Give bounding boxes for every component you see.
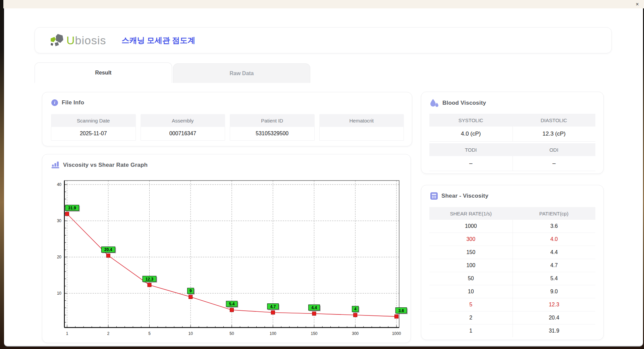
shear-rate-cell: 2 [429, 311, 513, 324]
shear-rate-cell: 300 [429, 233, 513, 246]
file-info-card: i File Info Scanning Date 2025-11-07 Ass… [42, 92, 412, 146]
svg-text:10: 10 [57, 291, 62, 296]
patient-viscosity-cell: 12.3 [513, 298, 596, 311]
blood-viscosity-title-label: Blood Viscosity [442, 100, 486, 106]
column-header: TODI [429, 143, 513, 156]
svg-text:31.9: 31.9 [68, 206, 76, 210]
field-value: 2025-11-07 [51, 127, 136, 141]
blood-viscosity-table: SYSTOLIC DIASTOLIC 4.0 (cP) 12.3 (cP) TO… [429, 114, 595, 171]
svg-text:1: 1 [66, 331, 68, 336]
patient-viscosity-cell: 4.4 [513, 246, 596, 259]
chart-area: 102030401251050100150300100031.920.412.3… [42, 174, 411, 341]
column-header: ODI [513, 143, 596, 156]
window-titlebar: × [3, 0, 644, 8]
shear-rate-cell: 1 [429, 325, 513, 337]
viscosity-graph-card: Viscosity vs Shear Rate Graph 1020304012… [42, 154, 411, 343]
svg-text:9: 9 [190, 289, 192, 293]
ubiosis-logo-icon [50, 34, 64, 47]
shear-viscosity-card: Shear - Viscosity SHEAR RATE(1/s) PATIEN… [421, 185, 604, 340]
table-row: 131.9 [429, 325, 595, 337]
file-info-title-label: File Info [62, 99, 84, 106]
page-title: 스캐닝 모세관 점도계 [122, 35, 196, 46]
svg-text:100: 100 [270, 331, 276, 336]
shear-table-body: 10003.63004.01504.41004.7505.4109.0512.3… [429, 220, 595, 337]
svg-text:4.4: 4.4 [311, 305, 317, 310]
field-value [319, 127, 404, 141]
column-header: DIASTOLIC [513, 114, 596, 127]
svg-text:1000: 1000 [392, 331, 401, 336]
table-row: 1504.4 [429, 246, 595, 259]
svg-text:12.3: 12.3 [146, 277, 154, 282]
patient-viscosity-cell: 9.0 [513, 285, 596, 298]
odi-value: – [513, 156, 596, 171]
svg-text:30: 30 [57, 218, 62, 223]
logo-u: U [66, 34, 75, 47]
svg-text:20.4: 20.4 [104, 247, 112, 252]
column-header: Hematocrit [319, 114, 404, 127]
column-header: Patient ID [230, 114, 315, 127]
info-icon: i [51, 99, 58, 106]
logo-rest: biosis [75, 34, 106, 47]
patient-viscosity-cell: 3.6 [513, 220, 596, 233]
patient-viscosity-cell: 4.0 [513, 233, 596, 246]
table-row: 1004.7 [429, 259, 595, 272]
bar-chart-icon [51, 161, 59, 168]
svg-text:150: 150 [311, 331, 317, 336]
file-info-col-scanning-date: Scanning Date 2025-11-07 [51, 114, 136, 141]
column-header: PATIENT(cp) [513, 207, 596, 220]
column-header: Scanning Date [51, 114, 136, 127]
svg-text:20: 20 [57, 255, 62, 259]
field-value: 53105329500 [230, 127, 315, 141]
systolic-value: 4.0 (cP) [429, 127, 513, 142]
blood-drops-icon [430, 99, 439, 107]
header-card: Ubiosis 스캐닝 모세관 점도계 [35, 27, 612, 53]
table-row: 220.4 [429, 311, 595, 325]
close-icon[interactable]: × [634, 1, 641, 8]
table-row: 512.3 [429, 298, 595, 311]
table-row: 4.0 (cP) 12.3 (cP) [429, 127, 595, 142]
diastolic-value: 12.3 (cP) [513, 127, 596, 142]
file-info-col-assembly: Assembly 000716347 [141, 114, 225, 141]
svg-text:5: 5 [148, 331, 151, 336]
graph-title-label: Viscosity vs Shear Rate Graph [63, 162, 148, 168]
svg-text:2: 2 [107, 331, 109, 336]
table-header-row: TODI ODI [429, 143, 595, 156]
graph-title: Viscosity vs Shear Rate Graph [51, 161, 148, 168]
patient-viscosity-cell: 5.4 [513, 272, 596, 285]
shear-rate-cell: 5 [429, 298, 513, 311]
file-info-table: Scanning Date 2025-11-07 Assembly 000716… [51, 114, 404, 141]
shear-rate-cell: 50 [429, 272, 513, 285]
tab-result[interactable]: Result [35, 62, 172, 83]
table-row: 10003.6 [429, 220, 595, 233]
table-header-row: SYSTOLIC DIASTOLIC [429, 114, 595, 127]
table-row: 505.4 [429, 272, 595, 285]
shear-viscosity-table: SHEAR RATE(1/s) PATIENT(cp) 10003.63004.… [429, 207, 595, 337]
svg-text:4: 4 [354, 307, 357, 311]
svg-text:3.6: 3.6 [398, 308, 404, 313]
shear-rate-cell: 150 [429, 246, 513, 259]
svg-text:10: 10 [189, 331, 193, 336]
column-header: SYSTOLIC [429, 114, 513, 127]
app-window: Ubiosis 스캐닝 모세관 점도계 Result Raw Data i Fi… [4, 8, 643, 346]
ubiosis-logo: Ubiosis [50, 34, 106, 47]
svg-text:4.7: 4.7 [270, 304, 276, 309]
patient-viscosity-cell: 4.7 [513, 259, 596, 272]
table-row: 3004.0 [429, 233, 595, 246]
file-info-title: i File Info [51, 99, 84, 106]
table-row: 109.0 [429, 285, 595, 298]
ubiosis-logo-text: Ubiosis [66, 34, 106, 47]
blood-viscosity-title: Blood Viscosity [430, 99, 486, 107]
patient-viscosity-cell: 20.4 [513, 311, 596, 324]
table-grid-icon [430, 192, 438, 200]
tab-raw-data[interactable]: Raw Data [173, 63, 310, 83]
patient-viscosity-cell: 31.9 [513, 325, 596, 337]
file-info-col-hematocrit: Hematocrit [319, 114, 404, 141]
todi-value: – [429, 156, 513, 171]
field-value: 000716347 [141, 127, 225, 141]
svg-text:5.4: 5.4 [229, 302, 235, 306]
column-header: Assembly [141, 114, 225, 127]
blood-viscosity-card: Blood Viscosity SYSTOLIC DIASTOLIC 4.0 (… [421, 92, 604, 174]
viscosity-chart: 102030401251050100150300100031.920.412.3… [42, 174, 411, 341]
shear-viscosity-title-label: Shear - Viscosity [441, 193, 488, 199]
shear-rate-cell: 100 [429, 259, 513, 272]
